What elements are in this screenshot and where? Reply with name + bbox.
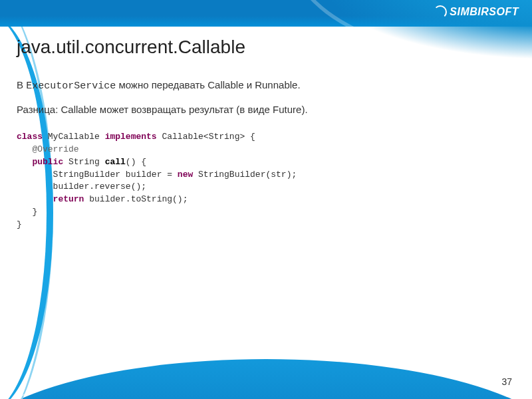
code-close2: } bbox=[17, 219, 22, 229]
code-body3: builder.toString(); bbox=[84, 194, 188, 204]
paragraph-1: В ExecutorService можно передавать Calla… bbox=[17, 78, 515, 93]
code-rettype: String bbox=[63, 157, 104, 167]
code-body1: StringBuilder builder = bbox=[17, 170, 178, 180]
slide-content: java.util.concurrent.Callable В Executor… bbox=[17, 37, 515, 366]
code-body1b: StringBuilder(str); bbox=[193, 170, 297, 180]
kw-public: public bbox=[17, 157, 63, 167]
kw-new: new bbox=[178, 170, 193, 180]
code-body2: builder.reverse(); bbox=[17, 182, 146, 192]
p1-mono: ExecutorService bbox=[26, 80, 116, 92]
logo-icon bbox=[434, 5, 447, 19]
code-impl-suffix: Callable<String> { bbox=[157, 132, 255, 142]
code-sample: class MyCallable implements Callable<Str… bbox=[17, 131, 515, 231]
code-method-parens: () { bbox=[126, 157, 146, 167]
kw-class: class bbox=[17, 132, 43, 142]
code-method-name: call bbox=[105, 157, 126, 167]
p1-prefix: В bbox=[17, 79, 26, 90]
brand-logo: SIMBIRSOFT bbox=[434, 5, 519, 19]
logo-text: SIMBIRSOFT bbox=[450, 6, 519, 18]
slide-title: java.util.concurrent.Callable bbox=[17, 37, 515, 58]
p1-suffix: можно передавать Callable и Runnable. bbox=[116, 79, 300, 90]
paragraph-2: Разница: Callable может возвращать резул… bbox=[17, 102, 515, 116]
kw-return: return bbox=[17, 194, 84, 204]
code-close1: } bbox=[17, 207, 37, 217]
page-number: 37 bbox=[501, 376, 512, 387]
kw-implements: implements bbox=[105, 132, 157, 142]
code-annotation: @Override bbox=[17, 144, 79, 154]
code-classname: MyCallable bbox=[43, 132, 105, 142]
